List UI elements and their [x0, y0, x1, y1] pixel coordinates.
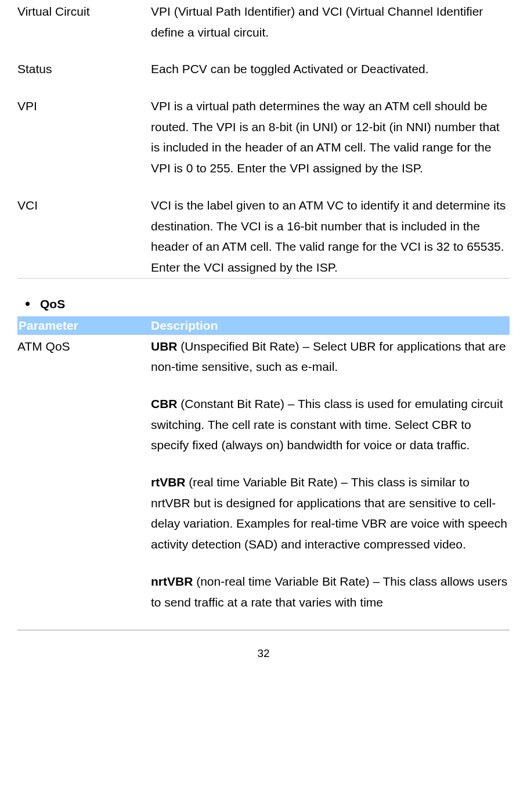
qos-item: nrtVBR (non-real time Variable Bit Rate)… — [151, 571, 510, 612]
definition-row: Status Each PCV can be toggled Activated… — [17, 59, 510, 80]
header-description: Description — [151, 317, 510, 334]
definition-description: VCI is the label given to an ATM VC to i… — [151, 195, 510, 278]
qos-item-text: (Constant Bit Rate) – This class is used… — [151, 397, 503, 452]
qos-item: UBR (Unspecified Bit Rate) – Select UBR … — [151, 336, 510, 377]
qos-heading-text: QoS — [40, 294, 65, 315]
qos-item-text: (real time Variable Bit Rate) – This cla… — [151, 475, 507, 551]
definition-description: VPI (Virtual Path Identifier) and VCI (V… — [151, 1, 510, 42]
definition-term: VCI — [17, 195, 151, 278]
qos-table-header: Parameter Description — [17, 316, 510, 334]
definition-row: VPI VPI is a virtual path determines the… — [17, 96, 510, 179]
definitions-list: Virtual Circuit VPI (Virtual Path Identi… — [17, 1, 510, 278]
section-divider — [17, 278, 510, 279]
definition-description: Each PCV can be toggled Activated or Dea… — [151, 59, 510, 80]
footer-divider — [17, 630, 510, 630]
qos-item-lead: UBR — [151, 340, 178, 353]
definition-term: Virtual Circuit — [17, 1, 151, 42]
qos-item-text: (non-real time Variable Bit Rate) – This… — [151, 575, 507, 609]
qos-parameter-label: ATM QoS — [17, 336, 151, 613]
definition-term: Status — [17, 59, 151, 80]
bullet-icon — [26, 302, 30, 306]
qos-item-lead: rtVBR — [151, 475, 186, 489]
definition-description: VPI is a virtual path determines the way… — [151, 96, 510, 179]
qos-item: CBR (Constant Bit Rate) – This class is … — [151, 394, 510, 456]
qos-heading: QoS — [26, 294, 510, 315]
definition-row: VCI VCI is the label given to an ATM VC … — [17, 195, 510, 278]
qos-item-text: (Unspecified Bit Rate) – Select UBR for … — [151, 340, 506, 374]
definition-term: VPI — [17, 96, 151, 179]
qos-item-lead: CBR — [151, 397, 178, 410]
page-number: 32 — [17, 644, 510, 663]
qos-item: rtVBR (real time Variable Bit Rate) – Th… — [151, 472, 510, 555]
definition-row: Virtual Circuit VPI (Virtual Path Identi… — [17, 1, 510, 42]
header-parameter: Parameter — [17, 317, 151, 334]
qos-row: ATM QoS UBR (Unspecified Bit Rate) – Sel… — [17, 336, 510, 613]
qos-descriptions: UBR (Unspecified Bit Rate) – Select UBR … — [151, 336, 510, 613]
qos-item-lead: nrtVBR — [151, 575, 193, 588]
